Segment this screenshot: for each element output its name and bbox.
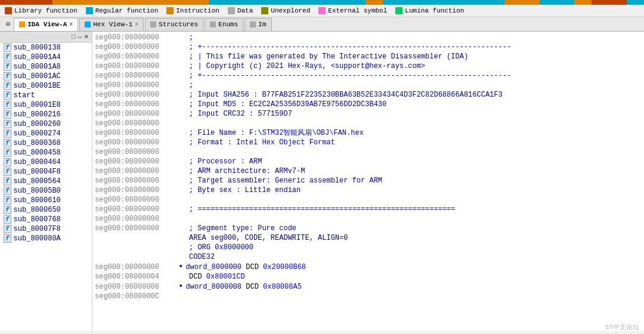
tab-close-button[interactable]: × — [69, 21, 73, 28]
sidebar-function-item[interactable]: fsub_8000464 — [0, 157, 92, 167]
disasm-line: CODE32 — [92, 252, 644, 262]
legend-label: Regular function — [95, 7, 159, 14]
tab-bar[interactable]: ⊞IDA View-A×Hex View-1×StructuresEnumsIm — [0, 17, 644, 32]
address: seg000:08000000 — [95, 109, 178, 119]
legend-label: Library function — [14, 7, 78, 14]
address: seg000:08000000 — [95, 157, 178, 166]
function-name: sub_80005B0 — [14, 187, 61, 195]
disasm-line: seg000:08000000; | Copyright (c) 2021 He… — [92, 61, 644, 71]
line-content: dword_8000008 DCD 0x80008A5 — [185, 282, 301, 292]
address: seg000:08000000 — [95, 185, 178, 195]
sidebar-function-item[interactable]: fsub_80001AC — [0, 72, 92, 81]
disasm-line: seg000:08000000; Byte sex : Little endia… — [92, 185, 644, 195]
legend-item: Regular function — [86, 7, 159, 14]
legend-color — [86, 7, 93, 14]
sidebar-header-icons[interactable]: □ ↔ × — [72, 33, 88, 41]
tab-hex-view-1[interactable]: Hex View-1× — [79, 18, 144, 31]
tab-label: Structures — [159, 21, 198, 28]
disasm-line: seg000:08000000; Processor : ARM — [92, 157, 644, 166]
line-content: ; Target assembler: Generic assembler fo… — [189, 176, 382, 185]
sidebar-function-item[interactable]: fsub_80001E8 — [0, 100, 92, 110]
function-icon: f — [4, 215, 11, 224]
sidebar: □ ↔ × fsub_8000138fsub_80001A4fsub_80001… — [0, 32, 92, 331]
function-icon: f — [4, 129, 11, 138]
address: seg000:08000000 — [95, 119, 178, 128]
function-name: sub_80001A8 — [14, 63, 61, 71]
sidebar-function-item[interactable]: fsub_8000768 — [0, 215, 92, 224]
disasm-line: seg000:08000000; ARM architecture: ARMv7… — [92, 166, 644, 176]
address: seg000:08000000 — [95, 224, 178, 233]
disasm-line: seg000:08000000; Input SHA256 : B77FAB25… — [92, 90, 644, 100]
legend-item: Lumina function — [395, 7, 464, 14]
disasm-line: seg000:08000004 DCD 0x80001CD — [92, 272, 644, 282]
legend-color — [5, 7, 12, 14]
sidebar-function-item[interactable]: fsub_8000458 — [0, 148, 92, 157]
line-content: ; ARM architecture: ARMv7-M — [189, 166, 305, 176]
sidebar-function-item[interactable]: fsub_80007F8 — [0, 224, 92, 234]
function-icon: f — [4, 139, 11, 147]
line-content: ; +-------------------------------------… — [189, 42, 511, 52]
legend-bar: Library functionRegular functionInstruct… — [0, 5, 644, 17]
address: seg000:08000000 — [95, 81, 178, 90]
sidebar-close-icon[interactable]: × — [84, 33, 88, 41]
line-content: ; Byte sex : Little endian — [189, 185, 301, 195]
legend-label: Data — [237, 7, 253, 14]
function-icon: f — [4, 206, 11, 214]
sidebar-function-list[interactable]: fsub_8000138fsub_80001A4fsub_80001A8fsub… — [0, 43, 92, 331]
function-icon: f — [4, 158, 11, 166]
line-content: ; ======================================… — [189, 205, 455, 214]
function-icon: f — [4, 91, 11, 100]
sidebar-header: □ ↔ × — [0, 32, 92, 43]
disasm-line: seg000:08000000; Segment type: Pure code — [92, 224, 644, 233]
function-name: sub_8000650 — [14, 206, 61, 214]
disasm-line: seg000:08000000; Target assembler: Gener… — [92, 176, 644, 185]
line-content: dword_8000000 DCD 0x20000B68 — [185, 262, 306, 272]
disasm-line: seg000:0800000C — [92, 292, 644, 301]
sidebar-function-item[interactable]: fsub_8000368 — [0, 138, 92, 148]
function-name: sub_8000138 — [14, 44, 61, 52]
tab-nav-icon[interactable]: ⊞ — [2, 18, 14, 30]
sidebar-function-item[interactable]: fsub_8000260 — [0, 119, 92, 129]
sidebar-function-item[interactable]: fsub_80001A8 — [0, 62, 92, 72]
tab-structures[interactable]: Structures — [145, 18, 203, 31]
disasm-line: seg000:08000000; =======================… — [92, 205, 644, 214]
sidebar-function-item[interactable]: fsub_8000216 — [0, 110, 92, 119]
tab-im[interactable]: Im — [244, 18, 271, 31]
line-content: ; Format : Intel Hex Object Format — [189, 138, 335, 147]
sidebar-function-item[interactable]: fsub_8000564 — [0, 177, 92, 186]
sidebar-function-item[interactable]: fsub_80001BE — [0, 81, 92, 91]
sidebar-function-item[interactable]: fsub_8000274 — [0, 129, 92, 138]
function-name: sub_80007F8 — [14, 225, 61, 233]
tab-color-dot — [210, 21, 216, 27]
tab-close-button[interactable]: × — [135, 21, 138, 28]
sidebar-float-icon[interactable]: □ — [72, 33, 76, 41]
function-name: sub_800080A — [14, 234, 61, 243]
tab-ida-view-a[interactable]: IDA View-A× — [14, 18, 78, 31]
function-name: sub_80004F8 — [14, 168, 61, 176]
sidebar-function-item[interactable]: fsub_80001A4 — [0, 52, 92, 62]
sidebar-function-item[interactable]: fsub_8000138 — [0, 43, 92, 52]
sidebar-function-item[interactable]: fstart — [0, 91, 92, 100]
line-content: DCD 0x80001CD — [189, 272, 245, 282]
tab-enums[interactable]: Enums — [205, 18, 243, 31]
address: seg000:08000000 — [95, 71, 178, 81]
function-name: sub_80001BE — [14, 82, 61, 90]
function-icon: f — [4, 177, 11, 185]
disasm-content[interactable]: seg000:08000000;seg000:08000000; +------… — [92, 32, 644, 331]
address: seg000:08000000 — [95, 90, 178, 100]
disasm-line: seg000:08000000; Input MD5 : EC2C2A25356… — [92, 100, 644, 109]
sidebar-function-item[interactable]: fsub_800080A — [0, 234, 92, 243]
legend-item: External symbol — [318, 7, 387, 14]
sidebar-function-item[interactable]: fsub_80005B0 — [0, 186, 92, 196]
line-content: ; | Copyright (c) 2021 Hex-Rays, <suppor… — [189, 61, 425, 71]
sidebar-function-item[interactable]: fsub_8000650 — [0, 205, 92, 215]
function-name: sub_8000274 — [14, 129, 61, 138]
sidebar-function-item[interactable]: fsub_8000610 — [0, 196, 92, 205]
legend-label: External symbol — [328, 7, 387, 14]
sidebar-function-item[interactable]: fsub_80004F8 — [0, 167, 92, 177]
disasm-line: seg000:08000000; +----------------------… — [92, 71, 644, 81]
function-name: sub_8000458 — [14, 149, 61, 157]
address: seg000:08000000 — [95, 138, 178, 147]
disasm-line: seg000:08000000; | This file was generat… — [92, 52, 644, 61]
sidebar-resize-icon[interactable]: ↔ — [78, 33, 82, 41]
